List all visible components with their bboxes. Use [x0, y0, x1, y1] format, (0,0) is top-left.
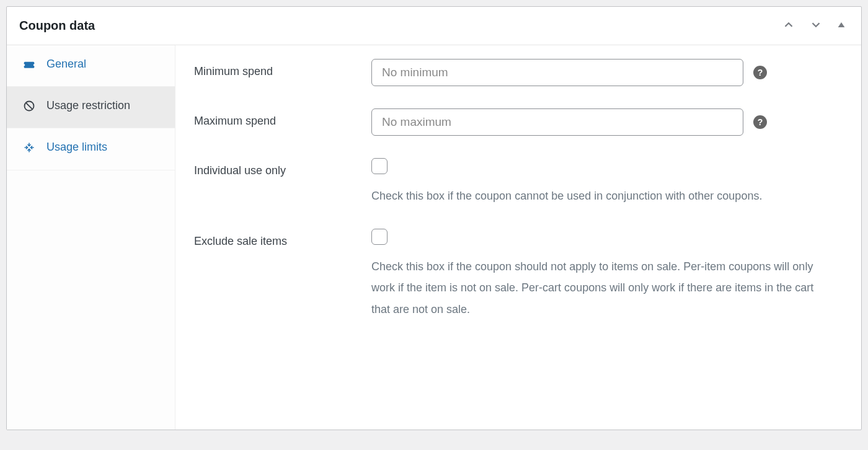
tab-usage-limits[interactable]: Usage limits	[7, 128, 175, 170]
form-content: Minimum spend ? Maximum spend ?	[175, 45, 861, 430]
minimum-spend-row: Minimum spend ?	[194, 59, 843, 86]
exclude-sale-field-wrap: Check this box if the coupon should not …	[371, 229, 843, 320]
maximum-spend-field-wrap: ?	[371, 108, 843, 136]
collapse-icon	[23, 141, 35, 158]
panel-actions	[779, 15, 849, 36]
chevron-up-icon	[782, 18, 795, 33]
exclude-sale-label: Exclude sale items	[194, 229, 366, 248]
panel-title: Coupon data	[19, 19, 95, 33]
tab-label: Usage limits	[46, 139, 107, 155]
tab-usage-restriction[interactable]: Usage restriction	[7, 87, 175, 128]
tabs-sidebar: General Usage restriction Usage limits	[7, 45, 175, 430]
input-wrap: ?	[371, 108, 843, 136]
maximum-spend-label: Maximum spend	[194, 108, 366, 128]
input-wrap: ?	[371, 59, 843, 86]
caret-up-icon	[836, 20, 846, 32]
svg-line-2	[26, 103, 33, 110]
maximum-spend-row: Maximum spend ?	[194, 108, 843, 136]
move-up-button[interactable]	[779, 15, 798, 36]
svg-marker-0	[838, 22, 845, 27]
tab-label: Usage restriction	[46, 98, 130, 113]
exclude-sale-row: Exclude sale items Check this box if the…	[194, 229, 843, 320]
panel-header: Coupon data	[7, 7, 861, 45]
exclude-sale-checkbox[interactable]	[371, 229, 388, 245]
individual-use-checkbox[interactable]	[371, 158, 388, 174]
tab-label: General	[46, 56, 86, 72]
individual-use-field-wrap: Check this box if the coupon cannot be u…	[371, 158, 843, 206]
move-down-button[interactable]	[807, 15, 825, 36]
help-icon[interactable]: ?	[753, 115, 767, 129]
individual-use-label: Individual use only	[194, 158, 366, 177]
panel-body: General Usage restriction Usage limits M…	[7, 45, 861, 430]
individual-use-description: Check this box if the coupon cannot be u…	[371, 185, 818, 206]
help-icon[interactable]: ?	[753, 66, 767, 79]
chevron-down-icon	[809, 18, 823, 33]
tab-general[interactable]: General	[7, 45, 175, 87]
toggle-panel-button[interactable]	[834, 17, 849, 34]
exclude-sale-description: Check this box if the coupon should not …	[371, 256, 818, 320]
maximum-spend-input[interactable]	[371, 108, 743, 136]
minimum-spend-input[interactable]	[371, 59, 743, 86]
ticket-icon	[23, 58, 35, 75]
individual-use-row: Individual use only Check this box if th…	[194, 158, 843, 206]
coupon-data-panel: Coupon data	[6, 6, 862, 430]
ban-icon	[23, 100, 35, 117]
minimum-spend-field-wrap: ?	[371, 59, 843, 86]
minimum-spend-label: Minimum spend	[194, 59, 366, 78]
